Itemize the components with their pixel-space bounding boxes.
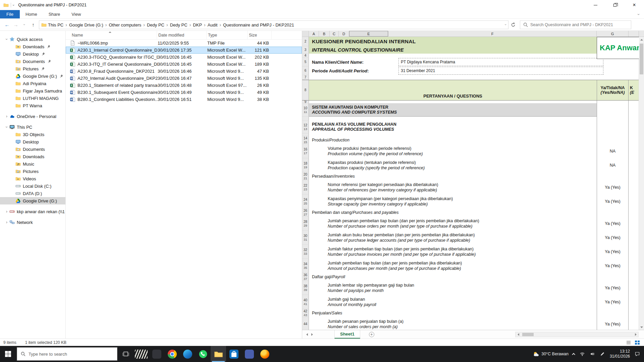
search-box[interactable]: Search Questionnaire and PMPJ - DKP2021 xyxy=(520,20,631,29)
column-header-B[interactable]: B xyxy=(319,31,330,37)
show-hidden-icons-button[interactable] xyxy=(572,353,575,356)
file-row-a230-3-itgcq-questionnaire-for-itgc-dk[interactable]: XA230.3-ITGCQ_Questionnaire for ITGC_DK.… xyxy=(66,54,302,61)
column-header-size[interactable]: Size xyxy=(248,31,272,39)
weather-widget[interactable]: 30°C Berawan xyxy=(533,351,569,357)
breadcrumb-item-dedy-pc[interactable]: Dedy PC xyxy=(146,22,166,27)
network-tray-icon[interactable] xyxy=(580,351,585,357)
up-button[interactable]: ↑ xyxy=(29,20,38,29)
volume-tray-icon[interactable] xyxy=(590,351,595,357)
select-all-corner[interactable] xyxy=(302,31,309,37)
expander-icon[interactable]: › xyxy=(4,124,9,130)
sidebar-item-network[interactable]: ›Network xyxy=(0,219,65,226)
address-bar[interactable]: This PC›Google Drive (G:)›Other computer… xyxy=(39,20,508,29)
forward-button[interactable]: → xyxy=(11,20,20,29)
sidebar-item-pictures[interactable]: Pictures xyxy=(0,65,65,72)
sidebar-item-pictures[interactable]: Pictures xyxy=(0,168,65,175)
breadcrumb-separator[interactable]: › xyxy=(143,22,146,27)
sidebar-item-desktop[interactable]: Desktop xyxy=(0,138,65,145)
breadcrumb-item-google-drive-g[interactable]: Google Drive (G:) xyxy=(68,22,105,27)
recent-locations-dropdown[interactable]: › xyxy=(20,20,29,29)
file-row-a230-1-internal-control-questionnaire-d[interactable]: XA230.1_Internal Control Questionnaire_D… xyxy=(66,47,302,54)
file-row-a230-8-fraud-questionnaire-dkp2021[interactable]: WA230.8_Fraud Questionnaire_DKP202130/01… xyxy=(66,68,302,75)
vertical-scrollbar[interactable] xyxy=(639,37,644,330)
column-header-C[interactable]: C xyxy=(330,31,339,37)
add-sheet-button[interactable]: + xyxy=(369,332,374,337)
breadcrumb-separator[interactable]: › xyxy=(65,22,68,27)
sidebar-item-videos[interactable]: Videos xyxy=(0,175,65,182)
scroll-right-icon[interactable] xyxy=(633,332,638,337)
scroll-left-icon[interactable] xyxy=(516,332,521,337)
sidebar-item-quick-access[interactable]: ›Quick access xyxy=(0,36,65,43)
breadcrumb-item-questionnaire-and-pmpj-dkp2021[interactable]: Questionnaire and PMPJ - DKP2021 xyxy=(222,22,296,27)
sidebar-item-documents[interactable]: Documents xyxy=(0,58,65,65)
sidebar-item-google-drive-g[interactable]: Google Drive (G:) xyxy=(0,72,65,80)
file-row-a270-internal-audit-questionnaire-dkp2[interactable]: WA270_Internal Audit Questionnaire_DKP2.… xyxy=(66,75,302,82)
file-row-b230-1-subsequent-event-questionnaire[interactable]: WB230.1_Subsequent Event Questionnaire_.… xyxy=(66,89,302,96)
breadcrumb-separator[interactable]: › xyxy=(219,22,222,27)
back-button[interactable]: ← xyxy=(3,20,11,29)
minimize-button[interactable] xyxy=(586,0,605,10)
sidebar-item-adi-priyatna[interactable]: Adi Priyatna xyxy=(0,80,65,87)
file-row-wrl0066-tmp[interactable]: ~WRL0066.tmp11/02/2025 9:55TMP File44 KB xyxy=(66,40,302,47)
column-header-E[interactable]: E xyxy=(349,31,388,37)
scrollbar-thumb[interactable] xyxy=(522,333,534,336)
file-row-b220-1-statement-of-related-party-transa[interactable]: XB220.1_Statement of related party trans… xyxy=(66,82,302,89)
prev-sheet-icon[interactable] xyxy=(306,333,308,336)
taskbar-file-explorer-button[interactable] xyxy=(211,346,226,362)
task-view-button[interactable] xyxy=(118,346,133,362)
taskbar-edge-button[interactable] xyxy=(180,346,195,362)
expand-ribbon-icon[interactable]: › xyxy=(636,14,641,15)
address-dropdown-icon[interactable]: › xyxy=(504,24,507,25)
sidebar-item-this-pc[interactable]: ›This PC xyxy=(0,123,65,131)
sidebar-item-luthfi-magang[interactable]: LUTHFI MAGANG xyxy=(0,95,65,102)
breadcrumb-separator[interactable]: › xyxy=(203,22,206,27)
column-header-D[interactable]: D xyxy=(339,31,349,37)
refresh-button[interactable] xyxy=(508,20,518,29)
file-row-b280-1-contingent-liabilities-questionn[interactable]: WB280.1_Contingent Liabilities Questionn… xyxy=(66,96,302,103)
sidebar-item-google-drive-g[interactable]: Google Drive (G:) xyxy=(0,197,65,204)
thumbnail-view-button[interactable] xyxy=(634,340,641,345)
taskbar-whatsapp-button[interactable] xyxy=(195,346,211,362)
taskbar-app-zebra-button[interactable] xyxy=(133,346,149,362)
scroll-down-icon[interactable] xyxy=(639,324,644,330)
sidebar-item-music[interactable]: Music xyxy=(0,160,65,168)
sheet-tab-sheet1[interactable]: Sheet1 xyxy=(334,330,360,339)
sidebar-item-3d-objects[interactable]: 3D Objects xyxy=(0,131,65,138)
taskbar-chrome-button[interactable] xyxy=(164,346,180,362)
taskbar-clock[interactable]: 13:12 31/01/2026 xyxy=(610,349,630,359)
sidebar-item-downloads[interactable]: Downloads xyxy=(0,153,65,160)
column-header-date-modified[interactable]: Date modified xyxy=(157,31,207,39)
restore-button[interactable] xyxy=(605,0,625,10)
column-header-partial[interactable] xyxy=(629,31,639,37)
breadcrumb-item-audit[interactable]: Audit xyxy=(206,22,219,27)
action-center-button[interactable] xyxy=(634,351,640,357)
breadcrumb-separator[interactable]: › xyxy=(166,22,169,27)
column-header-name[interactable]: Name xyxy=(70,31,157,39)
breadcrumb-item-dedy-pc[interactable]: Dedy PC xyxy=(169,22,189,27)
column-header-G[interactable]: G xyxy=(597,31,629,37)
tab-home[interactable]: Home xyxy=(20,10,43,18)
sidebar-item-figar-jaya-samudra[interactable]: Figar Jaya Samudra xyxy=(0,87,65,95)
taskbar-app-blue-button[interactable] xyxy=(241,346,257,362)
sidebar-item-desktop[interactable]: Desktop xyxy=(0,50,65,58)
qat-dropdown-icon[interactable]: › xyxy=(12,4,15,5)
sidebar-item-documents[interactable]: Documents xyxy=(0,145,65,153)
details-view-button[interactable] xyxy=(625,340,632,345)
expander-icon[interactable]: › xyxy=(4,37,9,42)
next-sheet-icon[interactable] xyxy=(311,333,313,336)
breadcrumb-item-this-pc[interactable]: This PC xyxy=(47,22,65,27)
sidebar-item-downloads[interactable]: Downloads xyxy=(0,43,65,50)
tab-view[interactable]: View xyxy=(66,10,87,18)
column-header-F[interactable]: F xyxy=(388,31,597,37)
expander-icon[interactable]: › xyxy=(4,220,9,225)
column-header-type[interactable]: Type xyxy=(207,31,248,39)
scrollbar-thumb[interactable] xyxy=(640,44,643,74)
taskbar-store-button[interactable] xyxy=(226,346,241,362)
sidebar-item-pt-warna[interactable]: PT Warna xyxy=(0,102,65,109)
expander-icon[interactable]: › xyxy=(4,114,9,119)
tab-file[interactable]: File xyxy=(0,10,20,18)
taskbar-app-dark-button[interactable] xyxy=(149,346,164,362)
breadcrumb-item-dkp[interactable]: DKP xyxy=(192,22,203,27)
sidebar-item-kkp-anwar-dan-rekan-1[interactable]: ›kkp anwar dan rekan (\\1 xyxy=(0,208,65,215)
tab-share[interactable]: Share xyxy=(43,10,66,18)
